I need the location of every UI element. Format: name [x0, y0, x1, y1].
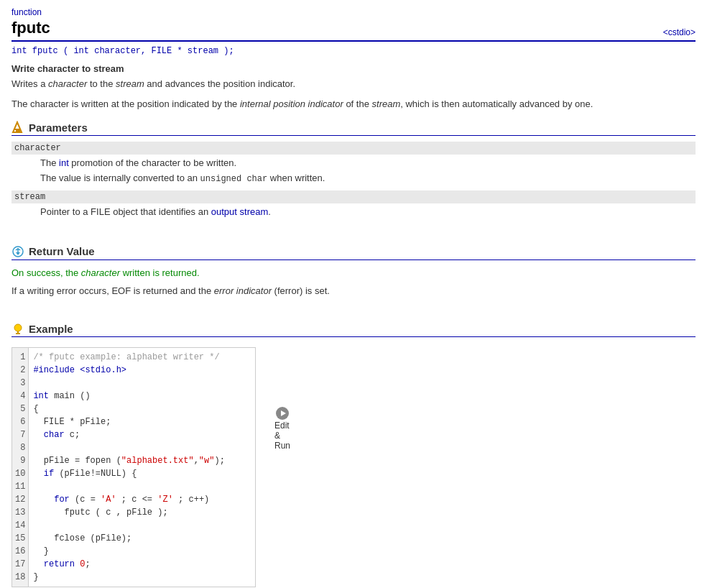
return-line2: If a writing error occurs, EOF is return…: [11, 284, 696, 299]
internal-pos-italic: internal position indicator: [240, 98, 343, 109]
code-line-4: int main (): [33, 390, 251, 403]
code-line-17: return 0;: [33, 558, 251, 571]
code-line-8: [33, 441, 251, 454]
edit-run-label[interactable]: Edit&Run: [274, 421, 290, 451]
code-example-container: 12345 678910 1112131415 161718 /* fputc …: [11, 343, 256, 587]
function-title-bar: fputc <cstdio>: [11, 19, 696, 42]
example-title: Example: [29, 323, 73, 335]
parameters-title: Parameters: [29, 121, 88, 134]
code-block: 12345 678910 1112131415 161718 /* fputc …: [11, 347, 256, 587]
int-keyword: int: [59, 157, 69, 168]
stream-italic2: stream: [372, 98, 401, 109]
code-line-10: if (pFile!=NULL) {: [33, 467, 251, 480]
description-detail: The character is written at the position…: [11, 97, 696, 111]
param-char-line2: The value is internally converted to an …: [40, 173, 325, 183]
code-line-7: char c;: [33, 428, 251, 441]
char-italic: character: [48, 78, 87, 89]
param-stream-row: stream Pointer to a FILE object that ide…: [11, 190, 696, 220]
description-title: Write character to stream: [11, 63, 696, 74]
param-stream-line1: Pointer to a FILE object that identifies…: [40, 206, 271, 217]
param-stream-name: stream: [11, 190, 696, 203]
example-section-header: Example: [11, 322, 696, 337]
return-line1: On success, the character written is ret…: [11, 266, 696, 281]
code-line-11: [33, 480, 251, 493]
function-name: fputc: [11, 19, 50, 37]
edit-run-panel[interactable]: Edit&Run: [274, 406, 290, 451]
code-line-3: [33, 377, 251, 390]
error-indicator-italic: error indicator: [214, 285, 272, 296]
code-line-12: for (c = 'A' ; c <= 'Z' ; c++): [33, 493, 251, 506]
code-line-9: pFile = fopen ("alphabet.txt","w");: [33, 454, 251, 467]
parameters-icon: [11, 121, 24, 134]
code-text: /* fputc example: alphabet writer */ #in…: [29, 348, 255, 587]
code-line-6: FILE * pFile;: [33, 415, 251, 428]
stream-italic: stream: [116, 78, 144, 89]
code-line-18: }: [33, 571, 251, 584]
code-line-16: }: [33, 545, 251, 558]
code-line-2: #include <stdio.h>: [33, 364, 251, 377]
svg-rect-2: [16, 130, 20, 132]
description-summary: Writes a character to the stream and adv…: [11, 77, 696, 91]
code-line-1: /* fputc example: alphabet writer */: [33, 351, 251, 364]
function-signature: int fputc ( int character, FILE * stream…: [11, 46, 696, 56]
return-value-section-header: Return Value: [11, 245, 696, 260]
example-icon: [11, 322, 24, 335]
return-icon: [11, 245, 24, 258]
code-line-5: {: [33, 403, 251, 415]
svg-point-6: [14, 324, 22, 331]
return-value-title: Return Value: [29, 245, 95, 257]
unsigned-char-code: unsigned char: [200, 174, 268, 184]
param-character-desc: The int promotion of the character to be…: [11, 156, 696, 186]
output-stream-text: output stream: [211, 206, 269, 217]
param-stream-desc: Pointer to a FILE object that identifies…: [11, 205, 696, 220]
code-line-14: [33, 519, 251, 532]
edit-run-icon: [275, 406, 290, 421]
param-character-row: character The int promotion of the chara…: [11, 142, 696, 186]
line-numbers: 12345 678910 1112131415 161718: [12, 348, 29, 587]
code-line-15: fclose (pFile);: [33, 532, 251, 545]
svg-marker-5: [16, 252, 20, 255]
category-label: function: [11, 7, 696, 17]
param-char-line1: The int promotion of the character to be…: [40, 157, 236, 168]
param-character-name: character: [11, 142, 696, 155]
return-success-text: On success, the character written is ret…: [11, 267, 200, 278]
cstdio-ref: <cstdio>: [663, 27, 696, 37]
parameters-section-header: Parameters: [11, 121, 696, 136]
code-line-13: fputc ( c , pFile );: [33, 506, 251, 519]
